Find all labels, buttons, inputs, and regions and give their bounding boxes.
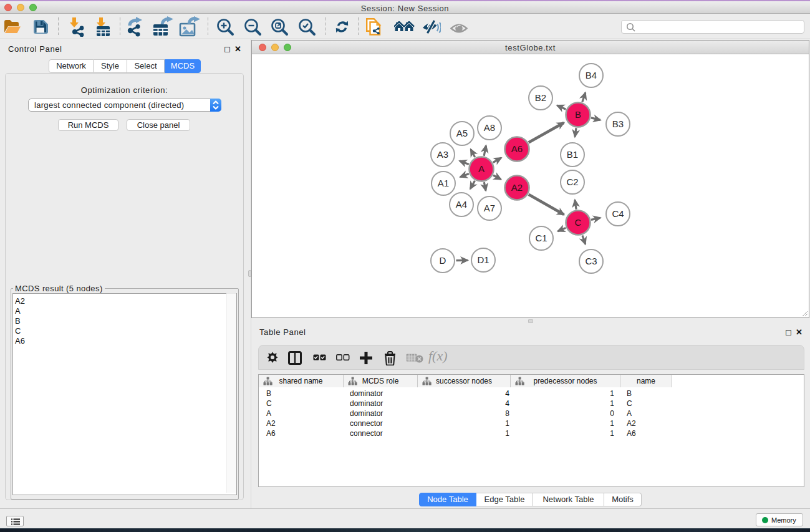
svg-text:A3: A3 — [437, 149, 448, 160]
svg-text:C3: C3 — [585, 256, 597, 266]
svg-text:B: B — [575, 109, 581, 120]
svg-text:B2: B2 — [535, 92, 546, 103]
svg-text:A1: A1 — [438, 178, 449, 188]
svg-text:D: D — [440, 255, 446, 266]
svg-text:A8: A8 — [484, 122, 495, 133]
svg-text:A4: A4 — [456, 199, 467, 210]
svg-text:C2: C2 — [566, 177, 578, 187]
svg-text:B4: B4 — [586, 70, 597, 80]
svg-text:A7: A7 — [484, 203, 495, 213]
svg-text:C1: C1 — [535, 233, 547, 243]
svg-text:A6: A6 — [511, 143, 523, 154]
svg-text:C4: C4 — [612, 208, 624, 219]
svg-text:D1: D1 — [477, 254, 489, 265]
svg-text:A5: A5 — [456, 128, 468, 138]
svg-text:B1: B1 — [567, 149, 578, 160]
svg-text:A: A — [478, 163, 485, 174]
svg-text:A2: A2 — [511, 182, 523, 193]
svg-text:C: C — [575, 217, 582, 228]
svg-text:B3: B3 — [612, 118, 624, 129]
